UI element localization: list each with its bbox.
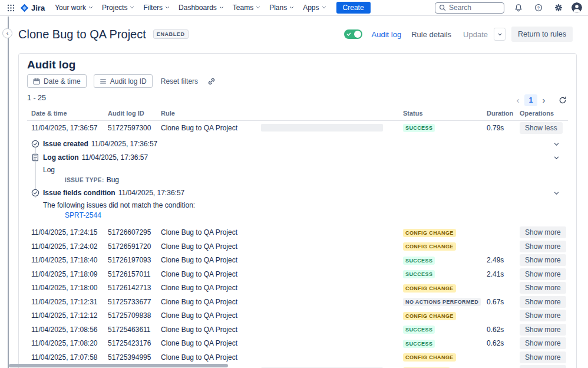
rule-enabled-toggle[interactable] [344,29,362,39]
show-more-button[interactable]: Show more [520,351,566,363]
horizontal-scrollbar[interactable] [9,364,228,367]
row-status: CONFIG CHANGE [403,353,487,362]
filter-audit-log-id-button[interactable]: Audit log ID [94,74,153,88]
table-row: 11/04/2025, 17:18:40 51726197093 Clone B… [27,254,568,268]
list-icon [100,78,107,85]
row-date: 11/04/2025, 17:08:20 [31,339,108,347]
table-row: 11/04/2025, 17:07:58 51725394995 Clone B… [27,350,568,364]
issue-link[interactable]: SPRT-2544 [65,211,101,219]
user-avatar[interactable] [572,2,582,13]
sidebar-expand-button[interactable]: ‹ [2,28,12,38]
update-options-button[interactable] [494,28,506,41]
chevron-down-icon [553,141,560,147]
next-page-button[interactable]: › [539,94,549,106]
show-more-button[interactable]: Show more [520,282,566,294]
nav-item-label: Apps [303,4,319,12]
rule-header: Clone Bug to QA Project ENABLED Audit lo… [0,16,588,52]
row-audit-log-id: 51726607295 [108,228,161,236]
row-rule: Clone Bug to QA Project [161,124,237,132]
column-header-operations: Operations [520,110,568,117]
show-less-button[interactable]: Show less [520,122,563,134]
return-to-rules-button[interactable]: Return to rules [511,27,573,42]
update-button[interactable]: Update [458,28,493,41]
table-row: 11/04/2025, 17:18:00 51726142713 Clone B… [27,281,568,295]
show-more-button[interactable]: Show more [520,365,566,368]
brand-name: Jira [31,4,45,12]
status-badge: SUCCESS [403,340,435,348]
row-duration: 2.41s [487,270,520,278]
row-date: 11/04/2025, 17:36:57 [31,124,108,132]
nav-item-projects[interactable]: Projects [98,2,138,14]
filter-bar: Date & time Audit log ID Reset filters [27,74,568,88]
show-more-button[interactable]: Show more [520,310,566,321]
prev-page-button[interactable]: ‹ [513,94,523,106]
row-status: CONFIG CHANGE [403,242,487,251]
settings-button[interactable] [551,1,566,14]
column-header-duration: Duration [487,110,520,117]
table-row: 11/04/2025, 17:36:57 51727597300 Clone B… [27,121,568,135]
page-number-button[interactable]: 1 [524,94,537,106]
top-navigation: Jira Your workProjectsFiltersDashboardsT… [0,0,588,16]
jira-logo[interactable]: Jira [20,4,45,12]
row-rule: Clone Bug to QA Project [161,298,237,306]
row-status: CONFIG CHANGE [403,284,487,293]
notifications-button[interactable] [511,1,526,14]
status-badge: SUCCESS [403,270,435,278]
filter-date-time-button[interactable]: Date & time [27,74,87,88]
status-badge: CONFIG CHANGE [403,284,456,293]
row-status: SUCCESS [403,270,487,278]
show-more-button[interactable]: Show more [520,324,566,336]
status-badge: SUCCESS [403,326,435,334]
table-row: 11/04/2025, 17:08:20 51725423176 Clone B… [27,337,568,351]
show-more-button[interactable]: Show more [520,254,566,266]
row-rule: Clone Bug to QA Project [161,228,237,236]
row-audit-log-id: 51727597300 [108,124,161,132]
app-switcher-button[interactable] [4,1,18,14]
refresh-button[interactable] [557,95,568,106]
expand-item-button[interactable] [552,140,561,149]
show-more-button[interactable]: Show more [520,226,566,238]
show-more-button[interactable]: Show more [520,296,566,308]
row-audit-log-id: 51726157011 [108,270,161,278]
chevron-down-icon [553,155,560,161]
search-input[interactable]: Search [435,2,504,14]
tab-rule-details[interactable]: Rule details [408,28,455,41]
refresh-icon [559,96,567,104]
gear-icon [554,4,563,12]
show-more-button[interactable]: Show more [520,241,566,252]
collapse-item-button[interactable] [552,189,561,198]
page-title: Clone Bug to QA Project [18,28,146,41]
collapse-item-button[interactable] [552,153,561,162]
help-button[interactable]: ? [531,1,546,14]
audit-log-panel: Audit log Date & time Audit log ID Reset… [18,53,577,368]
pagination: ‹ 1 › [513,94,568,106]
condition-issue: SPRT-2544 [65,211,563,220]
detail-item-log-action: Log action 11/04/2025, 17:36:57 [31,151,563,165]
nav-item-dashboards[interactable]: Dashboards [174,2,228,14]
row-duration: 0.67s [487,298,520,306]
enabled-badge: ENABLED [153,29,189,39]
audit-log-heading: Audit log [27,58,568,72]
create-button[interactable]: Create [336,2,371,14]
filter-audit-log-id-label: Audit log ID [110,77,147,86]
nav-item-your-work[interactable]: Your work [51,2,97,14]
row-placeholder-bar [261,124,383,132]
copy-link-button[interactable] [206,77,217,86]
row-date: 11/04/2025, 17:12:31 [31,298,108,306]
row-status: CONFIG CHANGE [403,228,487,237]
row-rule: Clone Bug to QA Project [161,270,237,278]
column-header-rule: Rule [161,110,403,117]
nav-item-filters[interactable]: Filters [139,2,174,14]
toggle-check-icon [346,32,351,37]
reset-filters-button[interactable]: Reset filters [160,77,199,86]
nav-item-apps[interactable]: Apps [299,2,330,14]
nav-item-plans[interactable]: Plans [265,2,298,14]
detail-item-time: 11/04/2025, 17:36:57 [118,189,185,197]
tab-audit-log[interactable]: Audit log [368,28,405,41]
search-icon [439,4,446,11]
show-more-button[interactable]: Show more [520,268,566,280]
status-badge: CONFIG CHANGE [403,229,456,237]
show-more-button[interactable]: Show more [520,337,566,349]
check-circle-icon [31,140,39,148]
nav-item-teams[interactable]: Teams [229,2,265,14]
